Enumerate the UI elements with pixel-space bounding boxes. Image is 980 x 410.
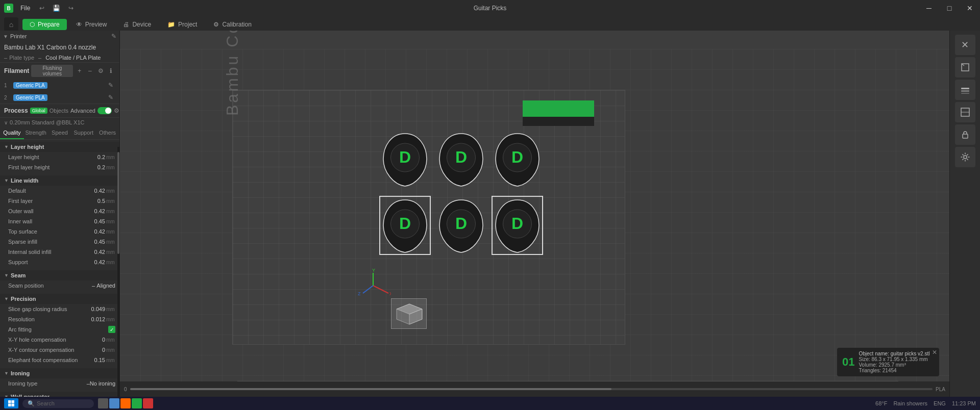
line-width-group-title[interactable]: ▼ Line width — [0, 175, 119, 186]
process-settings-icon[interactable]: ⚙ — [114, 106, 119, 115]
project-icon: 📁 — [167, 21, 175, 28]
pick-3[interactable]: D — [493, 131, 542, 187]
info-details: Object name: guitar picks v2.stl Size: 8… — [859, 351, 929, 373]
picks-container[interactable]: D D D — [381, 131, 544, 259]
printer-section-header[interactable]: ▼ Printer ✎ — [0, 31, 119, 42]
tab-prepare[interactable]: ⬡ Prepare — [22, 19, 67, 30]
layers-view-button[interactable] — [955, 80, 975, 100]
time-label: 11:23 PM — [952, 400, 976, 406]
settings-group-precision: ▼ Precision Slice gap closing radius 0.0… — [0, 292, 119, 366]
seam-group-title[interactable]: ▼ Seam — [0, 270, 119, 280]
home-button[interactable]: ⌂ — [4, 17, 18, 32]
maximize-button[interactable]: □ — [939, 0, 960, 16]
svg-point-29 — [964, 156, 967, 159]
svg-rect-32 — [8, 404, 11, 407]
tab-preview[interactable]: 👁 Preview — [69, 19, 114, 30]
layer-height-row: Layer height 0.2 mm — [0, 152, 119, 162]
taskbar-app-2[interactable] — [109, 398, 119, 408]
tab-device[interactable]: 🖨 Device — [116, 19, 158, 30]
pick-6[interactable]: D — [493, 197, 542, 253]
filament1-edit-icon[interactable]: ✎ — [106, 81, 115, 90]
svg-text:Y: Y — [372, 268, 375, 273]
toolbar-save[interactable]: 💾 — [51, 5, 62, 12]
viewport-inner: Bambu Cool Plate D — [120, 49, 949, 397]
pick-4[interactable]: D — [381, 197, 429, 253]
pick-2[interactable]: D — [437, 131, 485, 187]
filament1-chip[interactable]: Generic PLA — [13, 82, 47, 89]
settings-group-seam: ▼ Seam Seam position – Aligned — [0, 268, 119, 292]
quality-tabs: Quality Strength Speed Support Others — [0, 127, 119, 140]
filament2-row: 2 Generic PLA ✎ — [0, 91, 119, 104]
filament2-chip[interactable]: Generic PLA — [13, 94, 47, 101]
wall-gen-group-title[interactable]: ▼ Wall generator — [0, 392, 119, 397]
filament2-edit-icon[interactable]: ✎ — [106, 93, 115, 102]
toolbar-undo[interactable]: ↩ — [37, 5, 46, 12]
advanced-toggle-switch[interactable] — [97, 107, 112, 114]
app-icon: B — [4, 4, 13, 13]
preset-row[interactable]: ∨ 0.20mm Standard @BBL X1C — [0, 117, 119, 127]
minimize-button[interactable]: ─ — [919, 0, 939, 16]
filament-info-icon[interactable]: ℹ — [107, 66, 115, 75]
left-panel: ▼ Printer ✎ Bambu Lab X1 Carbon 0.4 nozz… — [0, 31, 120, 397]
pick-1[interactable]: D — [381, 131, 429, 187]
tab-strength[interactable]: Strength — [24, 127, 48, 139]
default-width-row: Default 0.42 mm — [0, 186, 119, 196]
flat-view-button[interactable] — [955, 102, 975, 122]
first-layer-width-row: First layer 0.5 mm — [0, 196, 119, 206]
svg-rect-30 — [8, 400, 11, 403]
tab-others[interactable]: Others — [95, 127, 119, 139]
objects-tag[interactable]: Objects — [50, 108, 68, 114]
add-filament-button[interactable]: + — [75, 66, 84, 75]
svg-line-12 — [373, 286, 388, 293]
plate-type-row[interactable]: – Plate type – Cool Plate / PLA Plate — [0, 53, 119, 62]
menu-file[interactable]: File — [17, 5, 33, 12]
outer-wall-row: Outer wall 0.42 mm — [0, 206, 119, 216]
taskbar-app-5[interactable] — [143, 398, 153, 408]
svg-text:X: X — [389, 291, 391, 296]
filament-settings-icon[interactable]: ⚙ — [96, 66, 105, 75]
ironing-group-title[interactable]: ▼ Ironing — [0, 368, 119, 378]
tab-support[interactable]: Support — [71, 127, 95, 139]
preview-icon: 👁 — [76, 21, 82, 28]
remove-filament-button[interactable]: – — [86, 66, 94, 75]
titlebar: B File ↩ 💾 ↪ Guitar Picks ─ □ ✕ — [0, 0, 980, 16]
device-icon: 🖨 — [123, 21, 129, 28]
close-button[interactable]: ✕ — [960, 0, 980, 16]
tab-project[interactable]: 📁 Project — [160, 19, 204, 30]
settings-group-ironing: ▼ Ironing Ironing type – No ironing — [0, 366, 119, 390]
filament-header: Filament Flushing volumes + – ⚙ ℹ — [0, 62, 119, 79]
printer-name-row: Bambu Lab X1 Carbon 0.4 nozzle — [0, 42, 119, 53]
taskbar-search[interactable]: 🔍 Search — [22, 399, 94, 408]
lock-button[interactable] — [955, 124, 975, 145]
toolbar-redo[interactable]: ↪ — [66, 5, 76, 12]
scroll-thumb[interactable] — [117, 152, 119, 254]
close-right-panel[interactable]: ✕ — [955, 35, 975, 55]
view-3d-button[interactable] — [955, 57, 975, 78]
arc-fitting-checkbox[interactable]: ✓ — [108, 326, 115, 333]
info-close-button[interactable]: ✕ — [932, 349, 937, 356]
svg-text:D: D — [399, 148, 411, 166]
settings-group-layer-height: ▼ Layer height Layer height 0.2 mm First… — [0, 140, 119, 173]
taskbar-app-4[interactable] — [132, 398, 142, 408]
layer-height-group-title[interactable]: ▼ Layer height — [0, 142, 119, 152]
pick-5[interactable]: D — [437, 197, 485, 253]
tab-calibration[interactable]: ⚙ Calibration — [206, 19, 258, 30]
sparse-infill-row: Sparse infill 0.45 mm — [0, 237, 119, 247]
taskbar-app-1[interactable] — [98, 398, 108, 408]
internal-solid-row: Internal solid infill 0.42 mm — [0, 247, 119, 257]
settings-wheel-button[interactable] — [955, 147, 975, 167]
layer-slider[interactable] — [130, 388, 933, 390]
svg-rect-31 — [12, 400, 15, 403]
viewport[interactable]: Bambu Cool Plate D — [120, 31, 949, 397]
taskbar-app-3[interactable] — [120, 398, 131, 408]
arc-fitting-row: Arc fitting ✓ — [0, 324, 119, 335]
bed-label: Bambu Cool Plate — [223, 31, 242, 116]
flushing-volumes-button[interactable]: Flushing volumes — [31, 65, 73, 77]
global-tag[interactable]: Global — [30, 108, 47, 114]
tab-speed[interactable]: Speed — [48, 127, 72, 139]
start-button[interactable] — [4, 398, 18, 408]
precision-group-title[interactable]: ▼ Precision — [0, 294, 119, 304]
printer-edit-icon[interactable]: ✎ — [111, 33, 116, 40]
axes-widget: X Y Z — [355, 268, 391, 303]
tab-quality[interactable]: Quality — [0, 127, 24, 139]
